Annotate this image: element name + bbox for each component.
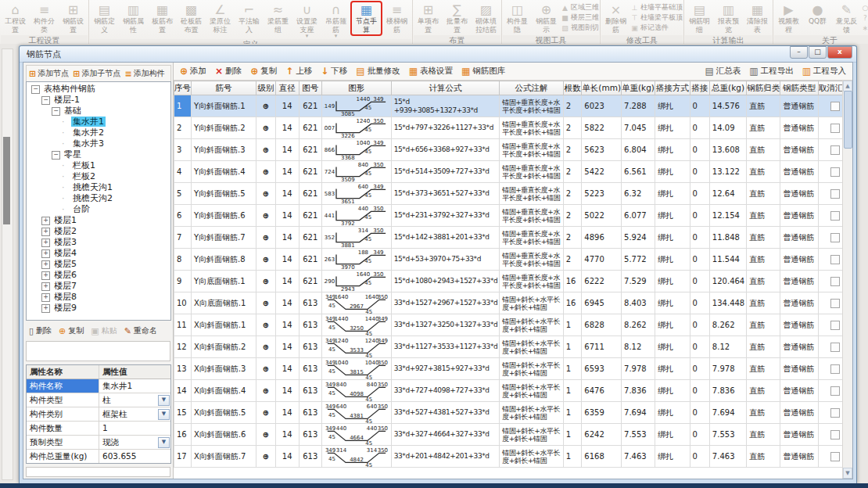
collapse-icon[interactable]: − xyxy=(52,151,60,160)
column-header[interactable]: 钢筋类型 xyxy=(780,81,819,95)
column-header[interactable]: 总重(kg) xyxy=(709,81,746,95)
cancel-summary-checkbox[interactable] xyxy=(830,255,840,264)
table-row[interactable]: 17X向斜面钢筋.7⊕146133493144842314350454533*d… xyxy=(174,446,852,468)
scroll-down-icon[interactable]: ▼ xyxy=(843,468,852,479)
tree-item-楼层-1[interactable]: −楼层-1 xyxy=(29,95,170,106)
tree-item-楼层5[interactable]: +楼层5 xyxy=(29,259,170,270)
ribbon-item-beam-support-setting[interactable]: ∪设置梁支座▾ xyxy=(292,2,321,39)
rename-button[interactable]: ✎重命名 xyxy=(124,325,157,336)
tree-item-台阶[interactable]: ·台阶 xyxy=(29,204,170,215)
copy-button[interactable]: ⊕复制 xyxy=(250,66,277,77)
cancel-summary-checkbox[interactable] xyxy=(830,124,840,133)
add-node-button[interactable]: ⊞添加节点 xyxy=(29,68,69,79)
column-header[interactable]: 根数 xyxy=(563,81,582,95)
ribbon-item-batch-layout[interactable]: ∑批量布置 xyxy=(443,2,472,35)
column-header[interactable]: 计算公式 xyxy=(391,81,500,95)
tree-item-楼层7[interactable]: +楼层7 xyxy=(29,281,170,292)
tree-item-楼层2[interactable]: +楼层2 xyxy=(29,226,170,237)
collapse-icon[interactable]: − xyxy=(31,85,40,94)
column-header[interactable]: 直径 xyxy=(275,81,299,95)
ribbon-item-masonry-tie-rebar[interactable]: ▨砌体填拉结筋 xyxy=(472,2,500,35)
column-header[interactable]: 图号 xyxy=(299,81,321,95)
cancel-summary-checkbox[interactable] xyxy=(830,343,840,352)
ribbon-item-column-wall-beam-slab-top[interactable]: ⊤柱墙梁平板顶 xyxy=(630,13,683,23)
summary-table-button[interactable]: ▤汇总表 xyxy=(705,66,741,77)
add-button[interactable]: ⊕添加 xyxy=(180,66,206,77)
cancel-summary-checkbox[interactable] xyxy=(830,102,840,111)
project-import-button[interactable]: ▥工程导入 xyxy=(802,66,846,77)
ribbon-item-region-3d[interactable]: ▲区域三维 xyxy=(561,2,599,13)
ribbon-item-mark-selection[interactable]: ▣标记选件 xyxy=(630,23,683,33)
cancel-summary-checkbox[interactable] xyxy=(830,211,840,221)
tree-item-栏板2[interactable]: ·栏板2 xyxy=(29,171,170,182)
table-row[interactable]: 3Y向斜面钢筋.3⊕14621866336810404534915*d+656+… xyxy=(174,139,852,161)
property-row[interactable]: 构件名称集水井1 xyxy=(27,379,170,393)
property-row[interactable]: 构件类型柱▼ xyxy=(27,393,170,407)
ribbon-item-concrete-slab-rebar-layout[interactable]: ▩砼板筋布置 xyxy=(177,2,206,35)
column-header[interactable]: 搭接 xyxy=(690,81,709,95)
tree-item-集水井3[interactable]: ·集水井3 xyxy=(29,138,170,149)
ribbon-item-view-section[interactable]: ▧视图剖切 xyxy=(561,23,599,33)
add-child-node-button[interactable]: ⊞添加子节点 xyxy=(73,68,120,79)
ribbon-item-beam-rebar-regroup[interactable]: ≈梁筋重组 xyxy=(264,2,292,35)
cancel-summary-checkbox[interactable] xyxy=(830,321,840,330)
ribbon-item-feedback[interactable]: ✎意见反馈 xyxy=(832,2,861,35)
column-header[interactable]: 序号 xyxy=(174,81,192,95)
ribbon-item-beam-insitu-annotation[interactable]: ∠梁原位标注 xyxy=(206,2,235,35)
cancel-summary-checkbox[interactable] xyxy=(830,386,840,396)
column-header[interactable]: 单长(mm) xyxy=(582,81,622,95)
cancel-summary-checkbox[interactable] xyxy=(830,408,840,418)
expand-icon[interactable]: + xyxy=(41,239,50,247)
ribbon-item-delete-rebar[interactable]: ×删除钢筋 xyxy=(601,2,630,35)
cancel-summary-checkbox[interactable] xyxy=(830,145,840,155)
scroll-up-icon[interactable]: ▲ xyxy=(843,81,852,92)
ribbon-item-single-layout[interactable]: ⊞单项布置 xyxy=(414,2,443,35)
table-row[interactable]: 8Y向斜面钢筋.8⊕1462126339701884534915*d+53+39… xyxy=(174,249,852,271)
tree-item-栏板1[interactable]: ·栏板1 xyxy=(29,160,170,171)
background-scrollbar[interactable] xyxy=(2,48,13,480)
close-button[interactable]: x xyxy=(827,46,852,59)
tree-item-楼层8[interactable]: +楼层8 xyxy=(29,292,170,303)
table-row[interactable]: 13X向斜面钢筋.3⊕14613349104038151040350454533… xyxy=(174,358,852,380)
ribbon-item-project-settings[interactable]: ⌂工程设置 xyxy=(1,2,30,35)
add-component-button[interactable]: ≡添加构件 xyxy=(124,68,164,79)
chevron-down-icon[interactable]: ▼ xyxy=(158,409,170,420)
ribbon-item-rebar-define[interactable]: ▤钢筋定义 xyxy=(90,2,119,35)
table-settings-button[interactable]: ▦表格设置 xyxy=(409,66,453,77)
column-header[interactable]: 公式注解 xyxy=(500,81,563,95)
ribbon-item-qq-group[interactable]: ●QQ群 xyxy=(803,2,832,27)
tree-item-挑檐天沟1[interactable]: ·挑檐天沟1 xyxy=(29,182,170,193)
ribbon-item-component-classify[interactable]: ≡构件分类 xyxy=(30,2,59,35)
column-header[interactable]: 图形 xyxy=(321,81,391,95)
expand-icon[interactable]: + xyxy=(41,282,50,291)
expand-icon[interactable]: + xyxy=(41,249,50,258)
expand-icon[interactable]: + xyxy=(41,260,50,269)
background-scrollbar-thumb[interactable] xyxy=(3,137,10,224)
ribbon-item-report-preview[interactable]: ▥报表预览 xyxy=(714,2,743,35)
tree-item-楼层4[interactable]: +楼层4 xyxy=(29,248,170,259)
ribbon-item-help[interactable]: ?帮助 xyxy=(861,13,868,23)
cancel-summary-checkbox[interactable] xyxy=(830,233,840,242)
table-row[interactable]: 1Y向斜面钢筋.1⊕146211149308514404534915*d +93… xyxy=(174,95,852,117)
column-header[interactable]: 级别 xyxy=(256,81,275,95)
delete-button[interactable]: ▯删除 xyxy=(29,325,52,336)
ribbon-item-rebar-display[interactable]: ⊕钢筋显示 xyxy=(532,2,561,35)
property-row[interactable]: 构件类别框架柱▼ xyxy=(27,407,170,422)
ribbon-item-stair-rebar[interactable]: ≡楼梯钢筋 xyxy=(382,2,411,35)
table-row[interactable]: 2Y向斜面钢筋.2⊕146211007322612404535015*d+797… xyxy=(174,117,852,139)
cancel-summary-checkbox[interactable] xyxy=(830,189,840,199)
property-row[interactable]: 构件总重量(kg)603.655 xyxy=(27,450,170,463)
ribbon-item-hanger-stirrup[interactable]: ∩吊筋箍筋▾ xyxy=(321,2,350,39)
batch-edit-button[interactable]: ▤批量修改 xyxy=(356,66,400,77)
ribbon-item-floor-3d[interactable]: ■楼层三维 xyxy=(561,13,599,23)
ribbon-item-column-wall-foundation-top[interactable]: ⊥柱墙平基础顶 xyxy=(630,2,683,13)
ribbon-item-slab-rebar-layout[interactable]: ▦板筋布置 xyxy=(148,2,177,35)
cancel-summary-checkbox[interactable] xyxy=(830,364,840,374)
maximize-button[interactable]: □ xyxy=(809,46,827,59)
table-row[interactable]: 5Y向斜面钢筋.5⊕1462158336516404534915*d+373+3… xyxy=(174,183,852,205)
ribbon-item-about[interactable]: ○关于 xyxy=(861,2,868,13)
table-row[interactable]: 12X向斜面钢筋.2⊕14613349124035331240349454533… xyxy=(174,336,852,358)
copy-button[interactable]: ⊕复制 xyxy=(59,325,84,336)
collapse-icon[interactable]: − xyxy=(52,107,60,116)
property-value[interactable]: 1 xyxy=(99,422,170,435)
